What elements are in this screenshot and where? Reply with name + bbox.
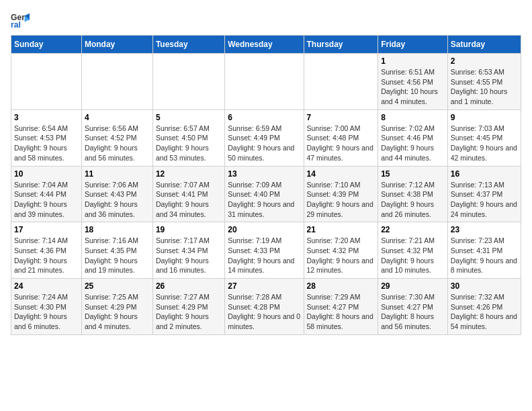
day-cell: 22Sunrise: 7:21 AM Sunset: 4:32 PM Dayli… [378,222,448,279]
day-cell: 9Sunrise: 7:03 AM Sunset: 4:45 PM Daylig… [447,109,521,166]
day-info: Sunrise: 7:13 AM Sunset: 4:37 PM Dayligh… [451,180,518,220]
day-info: Sunrise: 7:32 AM Sunset: 4:26 PM Dayligh… [451,292,518,332]
day-cell: 30Sunrise: 7:32 AM Sunset: 4:26 PM Dayli… [447,279,521,335]
day-number: 28 [307,281,375,291]
day-number: 11 [85,169,150,179]
day-number: 19 [156,225,222,234]
header-cell-monday: Monday [81,36,152,54]
day-cell: 8Sunrise: 7:02 AM Sunset: 4:46 PM Daylig… [378,109,448,166]
day-info: Sunrise: 7:29 AM Sunset: 4:27 PM Dayligh… [307,292,375,332]
day-number: 21 [307,225,375,234]
day-cell: 10Sunrise: 7:04 AM Sunset: 4:44 PM Dayli… [11,166,82,222]
day-number: 15 [381,169,445,179]
day-cell: 17Sunrise: 7:14 AM Sunset: 4:36 PM Dayli… [11,222,82,279]
day-info: Sunrise: 7:21 AM Sunset: 4:32 PM Dayligh… [381,236,445,275]
day-cell: 25Sunrise: 7:25 AM Sunset: 4:29 PM Dayli… [81,279,152,335]
day-cell: 18Sunrise: 7:16 AM Sunset: 4:35 PM Dayli… [81,222,152,279]
day-info: Sunrise: 6:59 AM Sunset: 4:49 PM Dayligh… [228,124,300,163]
day-info: Sunrise: 7:06 AM Sunset: 4:43 PM Dayligh… [85,180,150,220]
day-cell: 14Sunrise: 7:10 AM Sunset: 4:39 PM Dayli… [304,166,378,222]
day-info: Sunrise: 7:02 AM Sunset: 4:46 PM Dayligh… [381,124,445,163]
day-number: 9 [451,113,518,122]
day-cell: 1Sunrise: 6:51 AM Sunset: 4:56 PM Daylig… [378,54,448,110]
logo-icon: Gene ral [11,11,30,30]
day-cell: 27Sunrise: 7:28 AM Sunset: 4:28 PM Dayli… [225,279,304,335]
header-cell-wednesday: Wednesday [225,36,304,54]
day-cell: 19Sunrise: 7:17 AM Sunset: 4:34 PM Dayli… [152,222,224,279]
day-number: 18 [85,225,150,234]
day-number: 14 [307,169,375,179]
day-number: 3 [14,113,79,122]
day-cell [152,54,224,110]
day-info: Sunrise: 7:12 AM Sunset: 4:38 PM Dayligh… [381,180,445,220]
day-info: Sunrise: 6:53 AM Sunset: 4:55 PM Dayligh… [451,67,518,107]
week-row-2: 3Sunrise: 6:54 AM Sunset: 4:53 PM Daylig… [11,109,521,166]
day-info: Sunrise: 7:20 AM Sunset: 4:32 PM Dayligh… [307,236,375,275]
day-cell: 15Sunrise: 7:12 AM Sunset: 4:38 PM Dayli… [378,166,448,222]
day-cell [11,54,82,110]
day-number: 2 [451,56,518,66]
day-cell: 28Sunrise: 7:29 AM Sunset: 4:27 PM Dayli… [304,279,378,335]
day-number: 17 [14,225,79,234]
day-cell: 3Sunrise: 6:54 AM Sunset: 4:53 PM Daylig… [11,109,82,166]
day-cell [81,54,152,110]
day-number: 1 [381,56,445,66]
day-info: Sunrise: 7:28 AM Sunset: 4:28 PM Dayligh… [228,292,300,332]
day-info: Sunrise: 7:14 AM Sunset: 4:36 PM Dayligh… [14,236,79,275]
day-number: 8 [381,113,445,122]
day-info: Sunrise: 6:51 AM Sunset: 4:56 PM Dayligh… [381,67,445,107]
day-info: Sunrise: 7:00 AM Sunset: 4:48 PM Dayligh… [307,124,375,163]
day-number: 10 [14,169,79,179]
day-number: 30 [451,281,518,291]
day-number: 27 [228,281,300,291]
day-number: 26 [156,281,222,291]
day-cell: 20Sunrise: 7:19 AM Sunset: 4:33 PM Dayli… [225,222,304,279]
header-cell-friday: Friday [378,36,448,54]
week-row-1: 1Sunrise: 6:51 AM Sunset: 4:56 PM Daylig… [11,54,521,110]
day-number: 4 [85,113,150,122]
header-cell-tuesday: Tuesday [152,36,224,54]
day-number: 5 [156,113,222,122]
header-cell-saturday: Saturday [447,36,521,54]
day-info: Sunrise: 7:23 AM Sunset: 4:31 PM Dayligh… [451,236,518,275]
calendar-table: SundayMondayTuesdayWednesdayThursdayFrid… [11,35,521,335]
day-number: 23 [451,225,518,234]
day-number: 12 [156,169,222,179]
day-info: Sunrise: 7:09 AM Sunset: 4:40 PM Dayligh… [228,180,300,220]
week-row-3: 10Sunrise: 7:04 AM Sunset: 4:44 PM Dayli… [11,166,521,222]
svg-text:ral: ral [11,20,21,30]
week-row-5: 24Sunrise: 7:24 AM Sunset: 4:30 PM Dayli… [11,279,521,335]
day-info: Sunrise: 7:10 AM Sunset: 4:39 PM Dayligh… [307,180,375,220]
day-cell: 12Sunrise: 7:07 AM Sunset: 4:41 PM Dayli… [152,166,224,222]
day-info: Sunrise: 7:19 AM Sunset: 4:33 PM Dayligh… [228,236,300,275]
day-cell: 6Sunrise: 6:59 AM Sunset: 4:49 PM Daylig… [225,109,304,166]
day-cell: 29Sunrise: 7:30 AM Sunset: 4:27 PM Dayli… [378,279,448,335]
day-cell [225,54,304,110]
day-info: Sunrise: 7:24 AM Sunset: 4:30 PM Dayligh… [14,292,79,332]
day-cell: 2Sunrise: 6:53 AM Sunset: 4:55 PM Daylig… [447,54,521,110]
day-info: Sunrise: 7:27 AM Sunset: 4:29 PM Dayligh… [156,292,222,332]
header-cell-sunday: Sunday [11,36,82,54]
day-info: Sunrise: 7:04 AM Sunset: 4:44 PM Dayligh… [14,180,79,220]
day-cell: 24Sunrise: 7:24 AM Sunset: 4:30 PM Dayli… [11,279,82,335]
day-cell: 4Sunrise: 6:56 AM Sunset: 4:52 PM Daylig… [81,109,152,166]
header-cell-thursday: Thursday [304,36,378,54]
day-number: 25 [85,281,150,291]
day-cell: 23Sunrise: 7:23 AM Sunset: 4:31 PM Dayli… [447,222,521,279]
day-cell: 16Sunrise: 7:13 AM Sunset: 4:37 PM Dayli… [447,166,521,222]
day-number: 24 [14,281,79,291]
day-number: 22 [381,225,445,234]
day-info: Sunrise: 7:07 AM Sunset: 4:41 PM Dayligh… [156,180,222,220]
day-info: Sunrise: 7:16 AM Sunset: 4:35 PM Dayligh… [85,236,150,275]
day-info: Sunrise: 7:17 AM Sunset: 4:34 PM Dayligh… [156,236,222,275]
day-number: 7 [307,113,375,122]
day-number: 16 [451,169,518,179]
day-number: 20 [228,225,300,234]
day-info: Sunrise: 7:30 AM Sunset: 4:27 PM Dayligh… [381,292,445,332]
day-info: Sunrise: 6:57 AM Sunset: 4:50 PM Dayligh… [156,124,222,163]
day-cell: 13Sunrise: 7:09 AM Sunset: 4:40 PM Dayli… [225,166,304,222]
day-cell: 7Sunrise: 7:00 AM Sunset: 4:48 PM Daylig… [304,109,378,166]
day-cell: 11Sunrise: 7:06 AM Sunset: 4:43 PM Dayli… [81,166,152,222]
day-cell: 26Sunrise: 7:27 AM Sunset: 4:29 PM Dayli… [152,279,224,335]
header-row: SundayMondayTuesdayWednesdayThursdayFrid… [11,36,521,54]
